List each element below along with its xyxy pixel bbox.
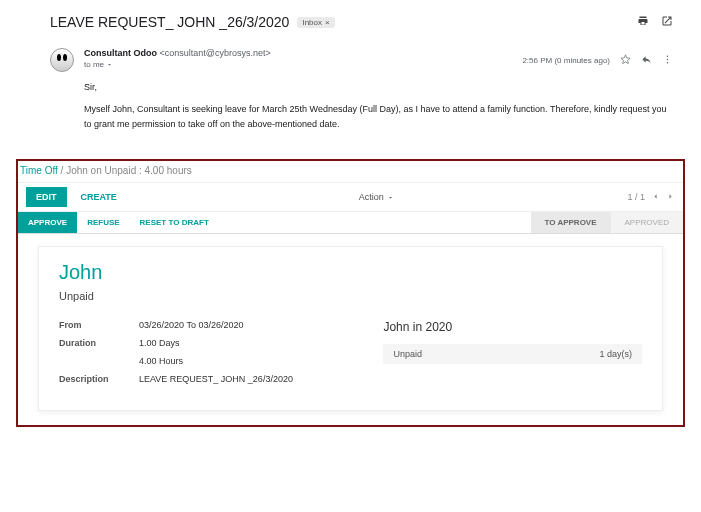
summary-type: Unpaid [393, 349, 422, 359]
email-body: Sir, Myself John, Consultant is seeking … [84, 80, 673, 131]
email-greeting: Sir, [84, 80, 673, 94]
duration-hours: 4.00 Hours [139, 356, 183, 366]
email-subject: LEAVE REQUEST_ JOHN _26/3/2020 [50, 14, 289, 30]
field-duration-hours: 4.00 Hours [59, 356, 343, 366]
star-icon[interactable] [620, 54, 631, 67]
message-meta: Consultant Odoo <consultant@cybrosys.net… [84, 48, 512, 72]
subject-line: LEAVE REQUEST_ JOHN _26/3/2020 Inbox × [50, 14, 335, 30]
svg-point-2 [667, 61, 668, 62]
email-body-text: Myself John, Consultant is seeking leave… [84, 102, 673, 131]
pager-next-icon[interactable] [666, 192, 675, 203]
edit-button[interactable]: EDIT [26, 187, 67, 207]
pager: 1 / 1 [627, 192, 675, 203]
sender-line[interactable]: Consultant Odoo <consultant@cybrosys.net… [84, 48, 512, 58]
create-button[interactable]: CREATE [73, 188, 125, 206]
from-label: From [59, 320, 139, 330]
status-approved[interactable]: APPROVED [611, 212, 683, 233]
description-label: Description [59, 374, 139, 384]
workflow-buttons: APPROVE REFUSE RESET TO DRAFT [18, 212, 219, 233]
email-toolbar [637, 15, 673, 29]
control-bar: EDIT CREATE Action 1 / 1 [18, 183, 683, 211]
message-time: 2:56 PM (0 minutes ago) [522, 56, 610, 65]
svg-point-0 [667, 55, 668, 56]
employee-name: John [59, 261, 642, 284]
form-right-column: John in 2020 Unpaid 1 day(s) [383, 320, 642, 392]
pager-text: 1 / 1 [627, 192, 645, 202]
duration-hours-label [59, 356, 139, 366]
status-steps: TO APPROVE APPROVED [531, 212, 683, 233]
description-value: LEAVE REQUEST_ JOHN _26/3/2020 [139, 374, 293, 384]
status-to-approve[interactable]: TO APPROVE [531, 212, 611, 233]
breadcrumb-record: John on Unpaid : 4.00 hours [66, 165, 192, 176]
chevron-down-icon [106, 61, 113, 68]
action-menu-label: Action [359, 192, 384, 202]
pager-prev-icon[interactable] [651, 192, 660, 203]
field-description: Description LEAVE REQUEST_ JOHN _26/3/20… [59, 374, 343, 384]
more-icon[interactable] [662, 54, 673, 67]
reset-draft-button[interactable]: RESET TO DRAFT [130, 212, 219, 233]
summary-days: 1 day(s) [599, 349, 632, 359]
breadcrumb-sep: / [58, 165, 66, 176]
remove-label-icon[interactable]: × [325, 18, 330, 27]
message-header: Consultant Odoo <consultant@cybrosys.net… [50, 48, 673, 72]
status-bar: APPROVE REFUSE RESET TO DRAFT TO APPROVE… [18, 211, 683, 234]
leave-type: Unpaid [59, 290, 642, 302]
action-menu[interactable]: Action [359, 192, 394, 202]
odoo-form-panel: Time Off / John on Unpaid : 4.00 hours E… [16, 159, 685, 427]
open-new-window-icon[interactable] [661, 15, 673, 29]
recipient-text: to me [84, 60, 104, 69]
form-grid: From 03/26/2020 To 03/26/2020 Duration 1… [59, 320, 642, 392]
svg-point-1 [667, 58, 668, 59]
inbox-label-text: Inbox [302, 18, 322, 27]
chevron-down-icon [387, 194, 394, 201]
email-header: LEAVE REQUEST_ JOHN _26/3/2020 Inbox × [50, 14, 673, 30]
control-bar-left: EDIT CREATE [26, 187, 125, 207]
duration-days: 1.00 Days [139, 338, 180, 348]
summary-title: John in 2020 [383, 320, 642, 334]
from-value: 03/26/2020 To 03/26/2020 [139, 320, 243, 330]
sender-name: Consultant Odoo [84, 48, 157, 58]
print-icon[interactable] [637, 15, 649, 29]
breadcrumb: Time Off / John on Unpaid : 4.00 hours [18, 161, 683, 183]
duration-label: Duration [59, 338, 139, 348]
inbox-label-chip[interactable]: Inbox × [297, 17, 334, 28]
form-left-column: From 03/26/2020 To 03/26/2020 Duration 1… [59, 320, 343, 392]
approve-button[interactable]: APPROVE [18, 212, 77, 233]
field-from: From 03/26/2020 To 03/26/2020 [59, 320, 343, 330]
email-view: LEAVE REQUEST_ JOHN _26/3/2020 Inbox × C… [0, 0, 701, 149]
form-card: John Unpaid From 03/26/2020 To 03/26/202… [38, 246, 663, 411]
avatar[interactable] [50, 48, 74, 72]
sender-address: <consultant@cybrosys.net> [160, 48, 271, 58]
message-actions: 2:56 PM (0 minutes ago) [522, 48, 673, 72]
field-duration: Duration 1.00 Days [59, 338, 343, 348]
summary-row: Unpaid 1 day(s) [383, 344, 642, 364]
breadcrumb-app[interactable]: Time Off [20, 165, 58, 176]
recipient-line[interactable]: to me [84, 60, 512, 69]
reply-icon[interactable] [641, 54, 652, 67]
refuse-button[interactable]: REFUSE [77, 212, 129, 233]
